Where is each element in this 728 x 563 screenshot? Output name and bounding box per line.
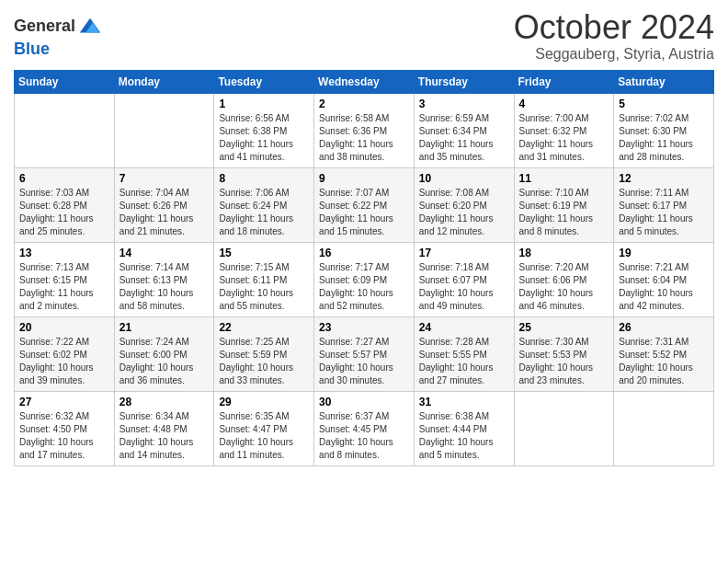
- weekday-header-monday: Monday: [114, 70, 214, 93]
- calendar-cell: 25Sunrise: 7:30 AM Sunset: 5:53 PM Dayli…: [514, 316, 614, 391]
- logo-icon: [77, 14, 103, 40]
- day-info: Sunrise: 7:06 AM Sunset: 6:24 PM Dayligh…: [219, 187, 309, 238]
- day-number: 16: [319, 247, 409, 259]
- title-block: October 2024 Seggauberg, Styria, Austria: [514, 9, 714, 63]
- calendar-week-2: 6Sunrise: 7:03 AM Sunset: 6:28 PM Daylig…: [15, 167, 714, 242]
- day-info: Sunrise: 7:21 AM Sunset: 6:04 PM Dayligh…: [619, 261, 709, 313]
- calendar-cell: 23Sunrise: 7:27 AM Sunset: 5:57 PM Dayli…: [314, 316, 415, 391]
- calendar-cell: 1Sunrise: 6:56 AM Sunset: 6:38 PM Daylig…: [214, 93, 314, 167]
- calendar-cell: 31Sunrise: 6:38 AM Sunset: 4:44 PM Dayli…: [414, 391, 514, 465]
- calendar-cell: 22Sunrise: 7:25 AM Sunset: 5:59 PM Dayli…: [214, 316, 314, 391]
- calendar-cell: 29Sunrise: 6:35 AM Sunset: 4:47 PM Dayli…: [214, 391, 314, 465]
- day-info: Sunrise: 7:27 AM Sunset: 5:57 PM Dayligh…: [319, 336, 409, 387]
- calendar-cell: 15Sunrise: 7:15 AM Sunset: 6:11 PM Dayli…: [214, 242, 314, 316]
- day-info: Sunrise: 7:04 AM Sunset: 6:26 PM Dayligh…: [119, 187, 210, 238]
- day-number: 11: [519, 172, 609, 185]
- day-number: 7: [119, 172, 210, 185]
- day-number: 2: [319, 98, 409, 110]
- weekday-header-friday: Friday: [514, 70, 614, 93]
- day-number: 5: [619, 98, 709, 110]
- calendar-cell: 17Sunrise: 7:18 AM Sunset: 6:07 PM Dayli…: [414, 242, 514, 316]
- day-info: Sunrise: 6:38 AM Sunset: 4:44 PM Dayligh…: [419, 410, 509, 462]
- day-info: Sunrise: 7:07 AM Sunset: 6:22 PM Dayligh…: [319, 187, 409, 238]
- day-number: 22: [219, 321, 309, 334]
- day-number: 31: [419, 396, 509, 408]
- day-number: 12: [619, 172, 709, 185]
- weekday-header-wednesday: Wednesday: [314, 70, 415, 93]
- calendar-cell: 7Sunrise: 7:04 AM Sunset: 6:26 PM Daylig…: [114, 167, 214, 242]
- day-number: 24: [419, 321, 509, 334]
- logo-blue-text: Blue: [14, 40, 50, 58]
- day-info: Sunrise: 7:22 AM Sunset: 6:02 PM Dayligh…: [19, 336, 109, 387]
- calendar-cell: 24Sunrise: 7:28 AM Sunset: 5:55 PM Dayli…: [414, 316, 514, 391]
- day-info: Sunrise: 7:11 AM Sunset: 6:17 PM Dayligh…: [619, 187, 709, 238]
- day-number: 29: [219, 396, 309, 408]
- calendar-cell: 12Sunrise: 7:11 AM Sunset: 6:17 PM Dayli…: [614, 167, 714, 242]
- day-info: Sunrise: 6:58 AM Sunset: 6:36 PM Dayligh…: [319, 112, 409, 164]
- day-info: Sunrise: 7:08 AM Sunset: 6:20 PM Dayligh…: [419, 187, 509, 238]
- page-container: General Blue October 2024 Seggauberg, St…: [0, 0, 728, 563]
- calendar-cell: 11Sunrise: 7:10 AM Sunset: 6:19 PM Dayli…: [514, 167, 614, 242]
- day-number: 8: [219, 172, 309, 185]
- logo: General Blue: [14, 14, 103, 60]
- calendar-week-5: 27Sunrise: 6:32 AM Sunset: 4:50 PM Dayli…: [15, 391, 714, 465]
- calendar-cell: [114, 93, 214, 167]
- day-number: 30: [319, 396, 409, 408]
- day-number: 10: [419, 172, 509, 185]
- header: General Blue October 2024 Seggauberg, St…: [14, 9, 714, 63]
- calendar-cell: 16Sunrise: 7:17 AM Sunset: 6:09 PM Dayli…: [314, 242, 415, 316]
- day-number: 25: [519, 321, 609, 334]
- day-number: 14: [119, 247, 210, 259]
- calendar-cell: 20Sunrise: 7:22 AM Sunset: 6:02 PM Dayli…: [15, 316, 115, 391]
- weekday-header-sunday: Sunday: [15, 70, 115, 93]
- day-info: Sunrise: 7:28 AM Sunset: 5:55 PM Dayligh…: [419, 336, 509, 387]
- calendar-cell: 19Sunrise: 7:21 AM Sunset: 6:04 PM Dayli…: [614, 242, 714, 316]
- calendar-cell: 14Sunrise: 7:14 AM Sunset: 6:13 PM Dayli…: [114, 242, 214, 316]
- day-info: Sunrise: 7:14 AM Sunset: 6:13 PM Dayligh…: [119, 261, 210, 313]
- calendar-header-row: SundayMondayTuesdayWednesdayThursdayFrid…: [15, 70, 714, 93]
- calendar-cell: 26Sunrise: 7:31 AM Sunset: 5:52 PM Dayli…: [614, 316, 714, 391]
- calendar-cell: 30Sunrise: 6:37 AM Sunset: 4:45 PM Dayli…: [314, 391, 415, 465]
- calendar-cell: 2Sunrise: 6:58 AM Sunset: 6:36 PM Daylig…: [314, 93, 415, 167]
- day-number: 3: [419, 98, 509, 110]
- day-info: Sunrise: 7:02 AM Sunset: 6:30 PM Dayligh…: [619, 112, 709, 164]
- day-info: Sunrise: 7:15 AM Sunset: 6:11 PM Dayligh…: [219, 261, 309, 313]
- calendar-cell: 9Sunrise: 7:07 AM Sunset: 6:22 PM Daylig…: [314, 167, 415, 242]
- day-number: 26: [619, 321, 709, 334]
- calendar-cell: 8Sunrise: 7:06 AM Sunset: 6:24 PM Daylig…: [214, 167, 314, 242]
- day-info: Sunrise: 7:00 AM Sunset: 6:32 PM Dayligh…: [519, 112, 609, 164]
- day-info: Sunrise: 7:10 AM Sunset: 6:19 PM Dayligh…: [519, 187, 609, 238]
- calendar-cell: 4Sunrise: 7:00 AM Sunset: 6:32 PM Daylig…: [514, 93, 614, 167]
- day-number: 1: [219, 98, 309, 110]
- weekday-header-saturday: Saturday: [614, 70, 714, 93]
- calendar-cell: 27Sunrise: 6:32 AM Sunset: 4:50 PM Dayli…: [15, 391, 115, 465]
- day-info: Sunrise: 6:32 AM Sunset: 4:50 PM Dayligh…: [19, 410, 109, 462]
- calendar-week-3: 13Sunrise: 7:13 AM Sunset: 6:15 PM Dayli…: [15, 242, 714, 316]
- day-number: 21: [119, 321, 210, 334]
- calendar-week-1: 1Sunrise: 6:56 AM Sunset: 6:38 PM Daylig…: [15, 93, 714, 167]
- month-title: October 2024: [514, 9, 714, 46]
- day-info: Sunrise: 6:59 AM Sunset: 6:34 PM Dayligh…: [419, 112, 509, 164]
- calendar-cell: 28Sunrise: 6:34 AM Sunset: 4:48 PM Dayli…: [114, 391, 214, 465]
- calendar-cell: 6Sunrise: 7:03 AM Sunset: 6:28 PM Daylig…: [15, 167, 115, 242]
- day-info: Sunrise: 7:25 AM Sunset: 5:59 PM Dayligh…: [219, 336, 309, 387]
- day-number: 17: [419, 247, 509, 259]
- day-number: 9: [319, 172, 409, 185]
- day-info: Sunrise: 6:56 AM Sunset: 6:38 PM Dayligh…: [219, 112, 309, 164]
- day-info: Sunrise: 7:20 AM Sunset: 6:06 PM Dayligh…: [519, 261, 609, 313]
- calendar-table: SundayMondayTuesdayWednesdayThursdayFrid…: [14, 70, 714, 466]
- calendar-cell: 21Sunrise: 7:24 AM Sunset: 6:00 PM Dayli…: [114, 316, 214, 391]
- weekday-header-tuesday: Tuesday: [214, 70, 314, 93]
- day-number: 13: [19, 247, 109, 259]
- calendar-cell: 13Sunrise: 7:13 AM Sunset: 6:15 PM Dayli…: [15, 242, 115, 316]
- day-info: Sunrise: 7:30 AM Sunset: 5:53 PM Dayligh…: [519, 336, 609, 387]
- day-number: 18: [519, 247, 609, 259]
- day-number: 28: [119, 396, 210, 408]
- day-number: 23: [319, 321, 409, 334]
- calendar-cell: [15, 93, 115, 167]
- day-info: Sunrise: 6:34 AM Sunset: 4:48 PM Dayligh…: [119, 410, 210, 462]
- calendar-week-4: 20Sunrise: 7:22 AM Sunset: 6:02 PM Dayli…: [15, 316, 714, 391]
- calendar-cell: 5Sunrise: 7:02 AM Sunset: 6:30 PM Daylig…: [614, 93, 714, 167]
- day-info: Sunrise: 7:03 AM Sunset: 6:28 PM Dayligh…: [19, 187, 109, 238]
- day-info: Sunrise: 6:35 AM Sunset: 4:47 PM Dayligh…: [219, 410, 309, 462]
